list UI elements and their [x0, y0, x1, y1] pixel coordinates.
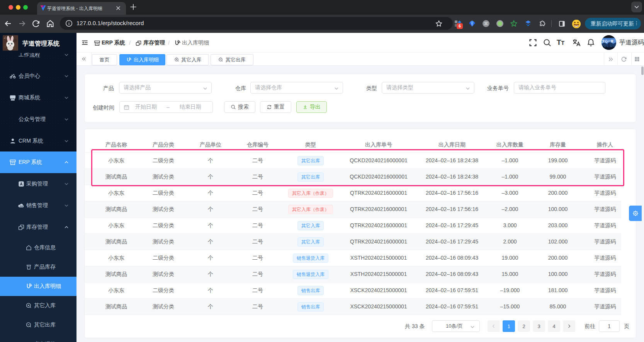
svg-text:⌘: ⌘: [484, 21, 488, 26]
svg-text:文心一言: 文心一言: [602, 39, 614, 43]
